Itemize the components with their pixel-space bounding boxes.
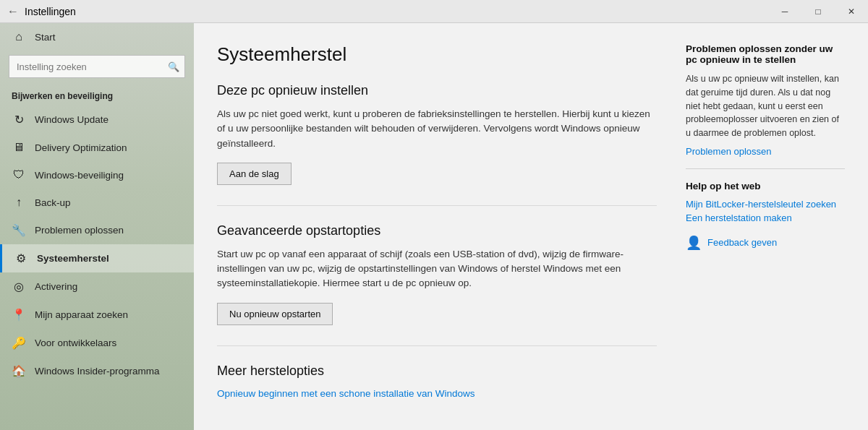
sidebar-item-windows-update[interactable]: ↻ Windows Update xyxy=(0,106,194,134)
sidebar-section-label: Bijwerken en beveiliging xyxy=(0,85,194,106)
sidebar-item-start-label: Start xyxy=(35,32,56,43)
activation-icon: ◎ xyxy=(12,280,26,293)
schone-installatie-link[interactable]: Opnieuw beginnen met een schone installa… xyxy=(217,388,475,399)
titlebar-left: ← Instellingen xyxy=(7,5,76,18)
insider-icon: 🏠 xyxy=(12,364,26,378)
sidebar-item-problemen[interactable]: 🔧 Problemen oplossen xyxy=(0,216,194,244)
sidebar-item-mijn-apparaat[interactable]: 📍 Mijn apparaat zoeken xyxy=(0,301,194,329)
problemen-oplossen-link[interactable]: Problemen oplossen xyxy=(686,146,845,157)
feedback-icon: 👤 xyxy=(686,235,702,251)
herstelstation-link[interactable]: Een herstelstation maken xyxy=(686,212,845,223)
titlebar: ← Instellingen ─ □ ✕ xyxy=(0,0,868,23)
backup-icon: ↑ xyxy=(12,196,26,209)
shield-icon: 🛡 xyxy=(12,168,26,181)
page-title: Systeemherstel xyxy=(217,43,657,66)
sidebar-item-insider[interactable]: 🏠 Windows Insider-programma xyxy=(0,357,194,385)
side-section1-title: Problemen oplossen zonder uw pc opnieuw … xyxy=(686,43,845,65)
find-device-icon: 📍 xyxy=(12,308,26,322)
section1-title: Deze pc opnieuw instellen xyxy=(217,83,657,98)
sidebar-item-delivery-optimization[interactable]: 🖥 Delivery Optimization xyxy=(0,134,194,161)
sidebar-item-dev-label: Voor ontwikkelaars xyxy=(35,337,116,348)
maximize-button[interactable]: □ xyxy=(801,0,835,23)
side-divider xyxy=(686,168,845,169)
sidebar-item-systeemherstel-label: Systeemherstel xyxy=(37,253,109,264)
feedback-row: 👤 Feedback geven xyxy=(686,235,845,251)
developer-icon: 🔑 xyxy=(12,336,26,350)
sidebar-item-windows-update-label: Windows Update xyxy=(35,114,109,125)
windows-update-icon: ↻ xyxy=(12,113,26,126)
aan-de-slag-button[interactable]: Aan de slag xyxy=(217,163,292,185)
sidebar-item-backup-label: Back-up xyxy=(35,197,71,208)
sidebar-item-problemen-label: Problemen oplossen xyxy=(35,225,124,236)
sidebar-item-back-up[interactable]: ↑ Back-up xyxy=(0,189,194,216)
section2-title: Geavanceerde opstartopties xyxy=(217,223,657,238)
content-side: Problemen oplossen zonder uw pc opnieuw … xyxy=(686,43,845,416)
back-icon[interactable]: ← xyxy=(7,5,19,18)
sidebar-item-windows-beveiliging[interactable]: 🛡 Windows-beveiliging xyxy=(0,161,194,189)
home-icon: ⌂ xyxy=(12,30,26,43)
sidebar-item-beveiliging-label: Windows-beveiliging xyxy=(35,170,124,181)
titlebar-title: Instellingen xyxy=(25,6,76,17)
sidebar-item-delivery-label: Delivery Optimization xyxy=(35,142,127,153)
opnieuw-opstarten-button[interactable]: Nu opnieuw opstarten xyxy=(217,303,333,325)
side-section2-title: Help op het web xyxy=(686,181,845,192)
titlebar-controls: ─ □ ✕ xyxy=(768,0,868,23)
sidebar-search: 🔍 xyxy=(9,55,185,78)
search-input[interactable] xyxy=(9,55,185,78)
sidebar-item-ontwikkelaars[interactable]: 🔑 Voor ontwikkelaars xyxy=(0,329,194,357)
sidebar: ⌂ Start 🔍 Bijwerken en beveiliging ↻ Win… xyxy=(0,23,194,430)
side-section1-body: Als u uw pc opnieuw wilt instellen, kan … xyxy=(686,72,845,140)
minimize-button[interactable]: ─ xyxy=(768,0,801,23)
sidebar-item-activering[interactable]: ◎ Activering xyxy=(0,272,194,301)
close-button[interactable]: ✕ xyxy=(835,0,868,23)
content-area: Systeemherstel Deze pc opnieuw instellen… xyxy=(194,23,868,430)
section1-body: Als uw pc niet goed werkt, kunt u prober… xyxy=(217,107,657,151)
troubleshoot-icon: 🔧 xyxy=(12,223,26,237)
sidebar-item-systeemherstel[interactable]: ⚙ Systeemherstel xyxy=(0,244,194,272)
sidebar-item-start[interactable]: ⌂ Start xyxy=(0,23,194,51)
content-main: Systeemherstel Deze pc opnieuw instellen… xyxy=(217,43,657,416)
sidebar-item-insider-label: Windows Insider-programma xyxy=(35,366,160,377)
sidebar-item-activering-label: Activering xyxy=(35,281,77,292)
recovery-icon: ⚙ xyxy=(14,251,28,265)
sidebar-item-mijn-label: Mijn apparaat zoeken xyxy=(35,309,128,320)
section2-body: Start uw pc op vanaf een apparaat of sch… xyxy=(217,247,657,291)
delivery-icon: 🖥 xyxy=(12,141,26,154)
section3-title: Meer herstelopties xyxy=(217,364,657,379)
bitlocker-link[interactable]: Mijn BitLocker-herstelsleutel zoeken xyxy=(686,199,845,210)
feedback-link[interactable]: Feedback geven xyxy=(707,237,777,248)
section-divider-1 xyxy=(217,205,657,206)
app-body: ⌂ Start 🔍 Bijwerken en beveiliging ↻ Win… xyxy=(0,23,868,430)
section-divider-2 xyxy=(217,345,657,346)
